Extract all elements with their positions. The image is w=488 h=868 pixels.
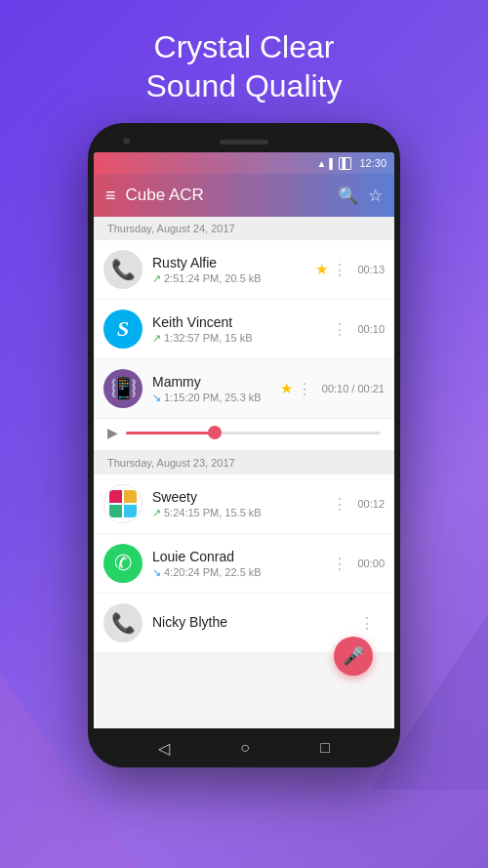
battery-icon: ▌ [339,157,351,170]
call-duration-keith: 00:10 [357,323,385,335]
fab-button[interactable]: 🎤 [334,637,373,676]
call-name-keith: Keith Vincent [152,314,322,330]
direction-icon-louie: ↘ [152,566,161,579]
call-name-sweety: Sweety [152,489,322,505]
call-name-louie: Louie Conrad [152,549,322,564]
phone-bottom-nav: ◁ ○ □ [94,728,394,767]
direction-icon-mammy: ↘ [152,392,161,404]
call-info-rusty: Rusty Alfie ↗ 2:51:24 PM, 20.5 kB [152,255,305,285]
phone-shell: ▲ ▌ ▌ 12:30 ≡ Cube ACR 🔍 ☆ Thursday, Aug… [88,123,400,767]
call-info-sweety: Sweety ↗ 5:24:15 PM, 15.5 kB [152,489,322,519]
progress-bar-container[interactable] [126,432,381,434]
direction-icon-sweety: ↗ [152,507,161,519]
call-meta-mammy: ↘ 1:15:20 PM, 25.3 kB [152,392,270,404]
call-actions-sweety: ⋮ [332,495,347,514]
call-info-louie: Louie Conrad ↘ 4:20:24 PM, 22.5 kB [152,549,322,579]
phone-top [94,131,394,152]
more-action-mammy[interactable]: ⋮ [297,380,312,398]
mic-icon: 🎤 [343,645,364,667]
call-duration-rusty: 00:13 [357,264,385,275]
call-actions-nicky: ⋮ [359,614,375,633]
call-name-mammy: Mammy [152,374,270,390]
headline-line2: Sound Quality [145,68,342,103]
avatar-nicky: 📞 [103,603,142,642]
slack-q4 [124,505,137,517]
direction-icon-keith: ↗ [152,332,161,345]
status-icons: ▲ ▌ ▌ [316,157,351,170]
call-item-rusty[interactable]: 📞 Rusty Alfie ↗ 2:51:24 PM, 20.5 kB ★ ⋮ … [94,240,394,300]
call-meta-text-mammy: 1:15:20 PM, 25.3 kB [164,392,262,403]
progress-thumb [208,426,222,439]
call-duration-sweety: 00:12 [357,498,385,510]
more-action-keith[interactable]: ⋮ [332,320,347,339]
call-item-mammy[interactable]: 📳 Mammy ↘ 1:15:20 PM, 25.3 kB ★ ⋮ 00:10 … [94,359,394,419]
signal-icon: ▌ [329,158,336,169]
wifi-icon: ▲ [316,158,326,169]
home-nav-button[interactable]: ○ [240,739,250,757]
slack-q2 [124,490,137,503]
menu-icon[interactable]: ≡ [105,186,116,204]
call-item-louie[interactable]: ✆ Louie Conrad ↘ 4:20:24 PM, 22.5 kB ⋮ 0… [94,534,394,594]
more-action-sweety[interactable]: ⋮ [332,495,347,514]
star-icon[interactable]: ☆ [368,186,383,206]
more-action-louie[interactable]: ⋮ [332,555,347,573]
headline-line1: Crystal Clear [154,29,335,64]
call-meta-text-sweety: 5:24:15 PM, 15.5 kB [164,507,262,518]
slack-grid [109,490,137,517]
slack-q3 [109,505,122,517]
status-time: 12:30 [359,157,386,169]
back-nav-button[interactable]: ◁ [158,739,170,758]
call-duration-louie: 00:00 [357,558,385,569]
call-info-keith: Keith Vincent ↗ 1:32:57 PM, 15 kB [152,314,322,345]
slack-q1 [109,490,122,503]
app-toolbar: ≡ Cube ACR 🔍 ☆ [94,174,394,217]
call-meta-text-rusty: 2:51:24 PM, 20.5 kB [164,272,262,284]
call-name-nicky: Nicky Blythe [152,614,349,630]
star-action-mammy[interactable]: ★ [280,380,293,397]
call-meta-keith: ↗ 1:32:57 PM, 15 kB [152,332,322,345]
call-info-mammy: Mammy ↘ 1:15:20 PM, 25.3 kB [152,374,270,404]
call-meta-louie: ↘ 4:20:24 PM, 22.5 kB [152,566,322,579]
play-button[interactable]: ▶ [107,425,118,440]
avatar-rusty: 📞 [103,250,142,289]
call-meta-sweety: ↗ 5:24:15 PM, 15.5 kB [152,507,322,519]
avatar-mammy: 📳 [103,369,142,408]
call-actions-louie: ⋮ [332,555,347,573]
app-title: Cube ACR [126,186,328,205]
call-actions-keith: ⋮ [332,320,347,339]
date-header-1: Thursday, August 24, 2017 [94,217,394,240]
call-actions-mammy: ★ ⋮ [280,380,312,398]
avatar-keith: S [103,310,142,349]
star-action-rusty[interactable]: ★ [315,261,328,278]
phone-screen: ▲ ▌ ▌ 12:30 ≡ Cube ACR 🔍 ☆ Thursday, Aug… [94,152,394,728]
avatar-sweety [103,484,142,523]
playback-row: ▶ [94,419,394,451]
call-duration-mammy: 00:10 / 00:21 [322,383,385,394]
call-name-rusty: Rusty Alfie [152,255,305,270]
recents-nav-button[interactable]: □ [320,739,330,757]
progress-bar-fill [126,432,215,434]
call-item-sweety[interactable]: Sweety ↗ 5:24:15 PM, 15.5 kB ⋮ 00:12 [94,475,394,534]
search-icon[interactable]: 🔍 [338,186,358,206]
call-meta-text-louie: 4:20:24 PM, 22.5 kB [164,566,262,578]
direction-icon-rusty: ↗ [152,272,161,285]
more-action-nicky[interactable]: ⋮ [359,614,375,633]
status-bar: ▲ ▌ ▌ 12:30 [94,152,394,174]
call-meta-rusty: ↗ 2:51:24 PM, 20.5 kB [152,272,305,285]
call-item-keith[interactable]: S Keith Vincent ↗ 1:32:57 PM, 15 kB ⋮ 00… [94,300,394,359]
phone-camera [123,138,130,145]
avatar-louie: ✆ [103,544,142,583]
phone-speaker [220,140,268,145]
call-actions-rusty: ★ ⋮ [315,261,347,279]
more-action-rusty[interactable]: ⋮ [332,261,347,279]
call-info-nicky: Nicky Blythe [152,614,349,632]
call-meta-text-keith: 1:32:57 PM, 15 kB [164,332,253,344]
headline: Crystal Clear Sound Quality [145,27,342,105]
date-header-2: Thursday, August 23, 2017 [94,451,394,475]
